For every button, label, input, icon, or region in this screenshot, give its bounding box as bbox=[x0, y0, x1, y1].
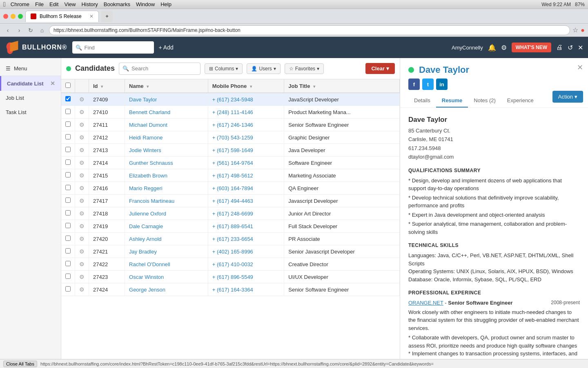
help-menu[interactable]: Help bbox=[160, 1, 172, 7]
candidate-name-link[interactable]: Mario Reggeri bbox=[129, 185, 163, 191]
close-all-tabs-button[interactable]: Close All Tabs bbox=[3, 361, 37, 367]
candidate-name-link[interactable]: Bennett Charland bbox=[129, 109, 170, 115]
candidate-phone-link[interactable]: + (617) 410-0032 bbox=[212, 261, 253, 267]
name-cell[interactable]: Oscar Winston bbox=[125, 271, 208, 283]
bullhorn-extension-icon[interactable]: ● bbox=[581, 27, 585, 34]
name-cell[interactable]: George Jenson bbox=[125, 283, 208, 296]
refresh-icon[interactable]: ↺ bbox=[568, 44, 573, 52]
table-row[interactable]: ⚙ 27421 Jay Bradley + (402) 165-8996 Sen… bbox=[61, 245, 400, 258]
row-checkbox-cell[interactable] bbox=[61, 233, 75, 245]
table-row[interactable]: ⚙ 27415 Elizabeth Brown + (617) 498-5612… bbox=[61, 169, 400, 182]
maximize-window-button[interactable] bbox=[18, 14, 23, 19]
table-row[interactable]: ⚙ 27417 Francois Martineau + (617) 494-4… bbox=[61, 195, 400, 207]
phone-cell[interactable]: + (617) 246-1346 bbox=[208, 119, 284, 131]
apple-menu[interactable]:  bbox=[3, 1, 6, 8]
window-menu[interactable]: Window bbox=[136, 1, 155, 7]
jobtitle-col-header[interactable]: Job Title ▾ bbox=[284, 79, 400, 93]
row-checkbox[interactable] bbox=[65, 147, 71, 152]
candidate-phone-link[interactable]: + (617) 164-3364 bbox=[212, 287, 253, 293]
row-checkbox-cell[interactable] bbox=[61, 106, 75, 119]
candidate-phone-link[interactable]: + (561) 164-9764 bbox=[212, 160, 253, 166]
linkedin-icon[interactable]: in bbox=[436, 79, 448, 90]
row-checkbox[interactable] bbox=[65, 134, 71, 139]
candidate-name-link[interactable]: Dave Taylor bbox=[129, 96, 157, 103]
new-tab-button[interactable]: + bbox=[101, 11, 113, 22]
candidate-name-link[interactable]: Rachel O'Donnell bbox=[129, 261, 170, 267]
name-cell[interactable]: Francois Martineau bbox=[125, 195, 208, 207]
facebook-icon[interactable]: f bbox=[408, 79, 420, 90]
job-company-link[interactable]: ORANGE.NET bbox=[408, 300, 443, 306]
menu-button[interactable]: ☰ Menu bbox=[0, 61, 61, 76]
tab-resume[interactable]: Resume bbox=[436, 94, 468, 108]
whats-new-button[interactable]: WHAT'S NEW bbox=[512, 43, 551, 52]
candidate-phone-link[interactable]: + (617) 889-6541 bbox=[212, 223, 253, 229]
phone-cell[interactable]: + (617) 164-3364 bbox=[208, 283, 284, 296]
table-row[interactable]: ⚙ 27422 Rachel O'Donnell + (617) 410-003… bbox=[61, 258, 400, 271]
columns-button[interactable]: ⊞ Columns ▾ bbox=[205, 63, 243, 74]
row-checkbox[interactable] bbox=[65, 109, 71, 114]
bookmark-icon[interactable]: ☆ bbox=[572, 26, 578, 34]
phone-cell[interactable]: + (617) 248-6699 bbox=[208, 207, 284, 220]
select-all-checkbox[interactable] bbox=[65, 83, 71, 88]
phone-cell[interactable]: + (617) 598-1649 bbox=[208, 144, 284, 157]
row-checkbox[interactable] bbox=[65, 159, 71, 165]
select-all-header[interactable] bbox=[61, 79, 75, 93]
table-row[interactable]: ⚙ 27416 Mario Reggeri + (603) 164-7894 Q… bbox=[61, 182, 400, 195]
name-cell[interactable]: Dale Carnagie bbox=[125, 220, 208, 233]
row-checkbox-cell[interactable] bbox=[61, 258, 75, 271]
row-checkbox-cell[interactable] bbox=[61, 207, 75, 220]
tab-details[interactable]: Details bbox=[408, 94, 436, 108]
row-checkbox-cell[interactable] bbox=[61, 119, 75, 131]
name-cell[interactable]: Elizabeth Brown bbox=[125, 169, 208, 182]
table-row[interactable]: ⚙ 27419 Dale Carnagie + (617) 889-6541 F… bbox=[61, 220, 400, 233]
close-window-button[interactable] bbox=[3, 14, 8, 19]
phone-cell[interactable]: + (603) 164-7894 bbox=[208, 182, 284, 195]
table-row[interactable]: ⚙ 27418 Julienne Oxford + (617) 248-6699… bbox=[61, 207, 400, 220]
row-checkbox-cell[interactable] bbox=[61, 144, 75, 157]
name-cell[interactable]: Jodie Winters bbox=[125, 144, 208, 157]
table-row[interactable]: ⚙ 27409 Dave Taylor + (617) 234-5948 Jav… bbox=[61, 93, 400, 106]
candidate-name-link[interactable]: Francois Martineau bbox=[129, 198, 174, 204]
back-button[interactable]: ‹ bbox=[3, 26, 12, 35]
table-row[interactable]: ⚙ 27411 Michael Dumont + (617) 246-1346 … bbox=[61, 119, 400, 131]
address-input[interactable] bbox=[49, 25, 570, 35]
row-checkbox[interactable] bbox=[65, 185, 71, 190]
table-row[interactable]: ⚙ 27423 Oscar Winston + (617) 896-5549 U… bbox=[61, 271, 400, 283]
phone-cell[interactable]: + (402) 165-8996 bbox=[208, 245, 284, 258]
phone-cell[interactable]: + (617) 498-5612 bbox=[208, 169, 284, 182]
row-checkbox[interactable] bbox=[65, 210, 71, 215]
row-checkbox-cell[interactable] bbox=[61, 245, 75, 258]
close-app-icon[interactable]: ✕ bbox=[578, 44, 583, 52]
name-cell[interactable]: Jay Bradley bbox=[125, 245, 208, 258]
candidate-name-link[interactable]: Oscar Winston bbox=[129, 274, 164, 280]
edit-menu[interactable]: Edit bbox=[49, 1, 58, 7]
table-row[interactable]: ⚙ 27410 Bennett Charland + (248) 111-414… bbox=[61, 106, 400, 119]
name-cell[interactable]: Heidi Ramone bbox=[125, 131, 208, 144]
candidate-phone-link[interactable]: + (617) 498-5612 bbox=[212, 173, 253, 179]
tab-close-icon[interactable]: ✕ bbox=[89, 13, 94, 19]
view-menu[interactable]: View bbox=[64, 1, 76, 7]
twitter-icon[interactable]: t bbox=[422, 79, 434, 90]
name-cell[interactable]: Gunther Schnauss bbox=[125, 157, 208, 169]
candidate-name-link[interactable]: Gunther Schnauss bbox=[129, 160, 173, 166]
name-col-header[interactable]: Name ▾ bbox=[125, 79, 208, 93]
name-cell[interactable]: Rachel O'Donnell bbox=[125, 258, 208, 271]
phone-cell[interactable]: + (617) 234-5948 bbox=[208, 93, 284, 106]
name-cell[interactable]: Michael Dumont bbox=[125, 119, 208, 131]
users-button[interactable]: 👤 Users ▾ bbox=[247, 63, 280, 74]
row-checkbox-cell[interactable] bbox=[61, 283, 75, 296]
print-icon[interactable]: 🖨 bbox=[556, 44, 563, 51]
candidate-phone-link[interactable]: + (703) 543-1259 bbox=[212, 135, 253, 141]
name-cell[interactable]: Julienne Oxford bbox=[125, 207, 208, 220]
candidate-name-link[interactable]: Elizabeth Brown bbox=[129, 173, 167, 179]
phone-cell[interactable]: + (248) 111-4146 bbox=[208, 106, 284, 119]
row-checkbox-cell[interactable] bbox=[61, 157, 75, 169]
name-cell[interactable]: Ashley Arnold bbox=[125, 233, 208, 245]
candidate-phone-link[interactable]: + (617) 248-6699 bbox=[212, 211, 253, 217]
tab-experience[interactable]: Experience bbox=[501, 94, 539, 108]
phone-cell[interactable]: + (703) 543-1259 bbox=[208, 131, 284, 144]
candidate-name-link[interactable]: Ashley Arnold bbox=[129, 236, 162, 242]
row-checkbox[interactable] bbox=[65, 261, 71, 266]
candidate-name-link[interactable]: George Jenson bbox=[129, 287, 165, 293]
row-checkbox[interactable] bbox=[65, 197, 71, 203]
